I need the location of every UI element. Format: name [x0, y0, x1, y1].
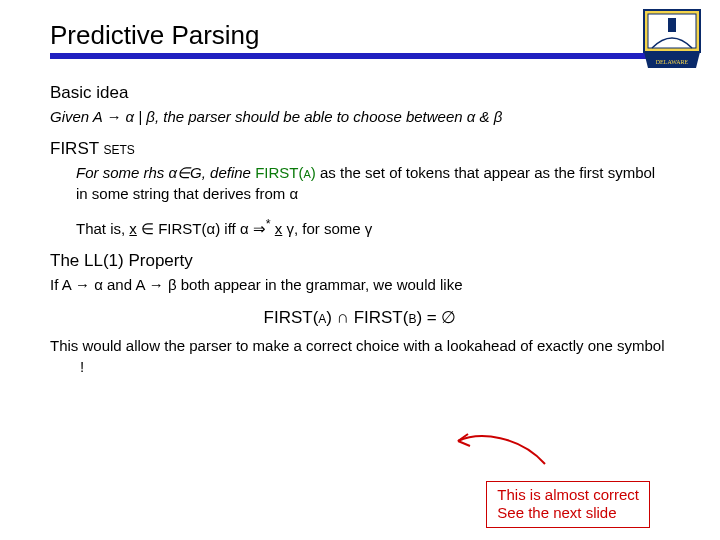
- ll1-heading: The LL(1) Property: [50, 251, 670, 271]
- first-sets-heading-text: FIRST sets: [50, 139, 135, 158]
- first-sets-def: For some rhs α∈G, define FIRST(α) as the…: [76, 163, 670, 204]
- svg-rect-2: [668, 18, 676, 32]
- basic-idea-heading: Basic idea: [50, 83, 670, 103]
- slide-title: Predictive Parsing: [50, 20, 670, 59]
- basic-idea-text: Given A → α | β, the parser should be ab…: [50, 107, 670, 127]
- callout-box: This is almost correct See the next slid…: [486, 481, 650, 529]
- callout-line1: This is almost correct: [497, 486, 639, 505]
- callout-arrow: [450, 426, 570, 466]
- first-sets-heading: FIRST sets: [50, 139, 670, 159]
- ll1-equation: FIRST(α) ∩ FIRST(β) = ∅: [50, 307, 670, 328]
- first-sets-formal: That is, x ∈ FIRST(α) iff α ⇒* x γ, for …: [76, 216, 670, 239]
- callout-line2: See the next slide: [497, 504, 639, 523]
- university-logo: DELAWARE: [642, 8, 702, 70]
- svg-text:DELAWARE: DELAWARE: [656, 59, 689, 65]
- ll1-condition: If A → α and A → β both appear in the gr…: [50, 275, 670, 295]
- ll1-conclusion: This would allow the parser to make a co…: [50, 336, 670, 377]
